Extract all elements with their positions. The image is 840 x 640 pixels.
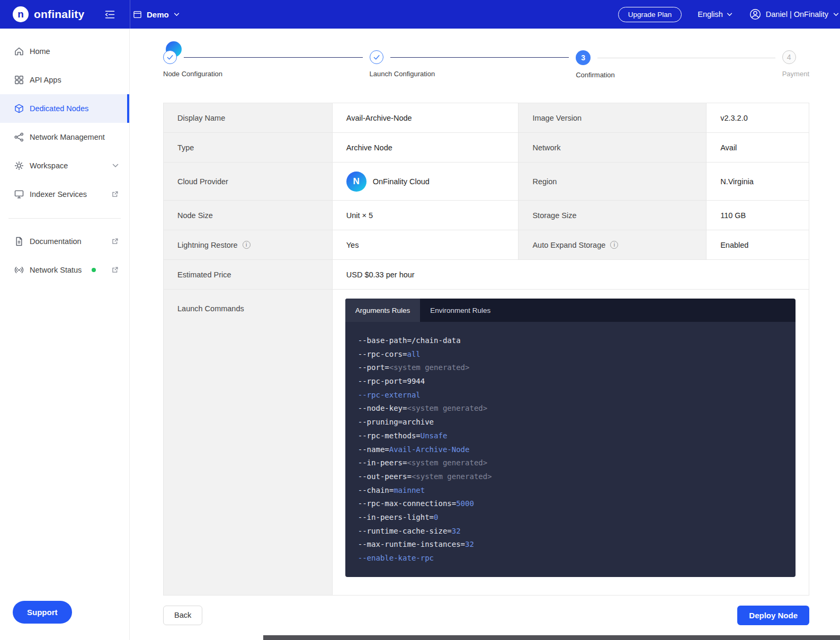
deploy-node-button[interactable]: Deploy Node [737, 606, 809, 625]
dedicated-nodes-icon [14, 103, 24, 114]
wizard-footer: Back Deploy Node [163, 606, 809, 633]
sidebar-collapse-icon[interactable] [105, 10, 115, 19]
external-link-icon [111, 266, 119, 274]
info-icon[interactable]: i [243, 241, 251, 249]
value-cloud-provider: N OnFinality Cloud [333, 163, 519, 201]
label-region: Region [519, 163, 707, 201]
topbar: n onfinality Demo Upgrade Plan English [0, 0, 840, 29]
step-payment: 4 Payment [782, 50, 809, 79]
label-image-version: Image Version [519, 103, 707, 133]
code-line: --max-runtime-instances=32 [358, 538, 783, 552]
launch-commands-cell: Arguments Rules Environment Rules --base… [333, 290, 809, 596]
sidebar-nav: Home API Apps Dedicated Nodes Network Ma… [0, 37, 129, 284]
user-menu[interactable]: Daniel | OnFinality [749, 8, 839, 20]
confirmation-table: Display Name Avail-Archive-Node Image Ve… [163, 103, 809, 596]
sidebar-item-label: Documentation [30, 237, 82, 246]
code-line: --rpc-methods=Unsafe [358, 429, 783, 443]
status-dot-green [92, 268, 96, 272]
code-tabs: Arguments Rules Environment Rules [345, 299, 796, 322]
label-launch-commands: Launch Commands [164, 290, 333, 596]
sidebar-divider [8, 218, 121, 219]
value-display-name: Avail-Archive-Node [333, 103, 519, 133]
broadcast-icon [14, 265, 24, 275]
language-label: English [698, 10, 723, 19]
indexer-services-icon [14, 189, 24, 200]
step-check-icon [163, 50, 177, 64]
onfinality-cloud-logo-icon: N [346, 172, 367, 192]
sidebar-item-network-management[interactable]: Network Management [0, 123, 129, 151]
code-line: --pruning=archive [358, 416, 783, 429]
code-line: --rpc-port=9944 [358, 375, 783, 389]
sidebar-item-home[interactable]: Home [0, 37, 129, 66]
document-icon [14, 236, 24, 247]
sidebar-item-workspace[interactable]: Workspace [0, 151, 129, 180]
step-connector [597, 58, 775, 58]
back-button[interactable]: Back [163, 606, 202, 625]
tab-environment-rules[interactable]: Environment Rules [420, 299, 501, 322]
onfinality-logo-icon: n [13, 6, 29, 22]
brand-link[interactable]: n onfinality [13, 6, 93, 22]
step-connector [390, 57, 569, 58]
sidebar-item-label: Indexer Services [30, 190, 87, 199]
code-line: --base-path=/chain-data [358, 334, 783, 348]
code-lines: --base-path=/chain-data--rpc-cors=all--p… [345, 322, 796, 577]
upgrade-plan-button[interactable]: Upgrade Plan [618, 7, 682, 22]
step-label: Payment [782, 70, 809, 78]
value-auto-expand-storage: Enabled [707, 230, 809, 260]
code-line: --name=Avail-Archive-Node [358, 443, 783, 457]
code-line: --node-key=<system generated> [358, 402, 783, 416]
sidebar-item-label: API Apps [30, 76, 61, 84]
code-line: --port=<system generated> [358, 361, 783, 375]
step-node-configuration[interactable]: Node Configuration [163, 50, 370, 79]
sidebar-item-label: Network Status [30, 266, 82, 274]
sidebar-item-documentation[interactable]: Documentation [0, 227, 129, 256]
chevron-down-icon [174, 13, 180, 16]
value-estimated-price: USD $0.33 per hour [333, 260, 809, 290]
value-region: N.Virginia [707, 163, 809, 201]
support-button[interactable]: Support [13, 601, 72, 624]
workspace-selector[interactable]: Demo [133, 10, 180, 19]
sidebar-item-indexer-services[interactable]: Indexer Services [0, 180, 129, 209]
topbar-divider [130, 0, 130, 29]
value-node-size: Unit × 5 [333, 201, 519, 230]
step-label: Confirmation [576, 71, 782, 79]
language-selector[interactable]: English [698, 10, 732, 19]
label-lightning-restore: Lightning Restore i [164, 230, 333, 260]
sidebar-item-api-apps[interactable]: API Apps [0, 66, 129, 94]
sidebar: Home API Apps Dedicated Nodes Network Ma… [0, 29, 130, 640]
home-icon [14, 46, 24, 57]
step-number-badge: 4 [782, 50, 796, 64]
sidebar-item-label: Network Management [30, 133, 105, 141]
label-node-size: Node Size [164, 201, 333, 230]
code-line: --rpc-max-connections=5000 [358, 497, 783, 511]
sidebar-item-network-status[interactable]: Network Status [0, 256, 129, 284]
sidebar-item-label: Home [30, 47, 50, 56]
sidebar-item-label: Workspace [30, 161, 68, 170]
label-cloud-provider: Cloud Provider [164, 163, 333, 201]
label-auto-expand-storage: Auto Expand Storage i [519, 230, 707, 260]
main-content: Node Configuration Launch Configuration … [130, 50, 840, 633]
api-apps-icon [14, 75, 24, 85]
external-link-icon [111, 238, 119, 245]
workspace-icon [133, 10, 142, 19]
label-display-name: Display Name [164, 103, 333, 133]
tab-arguments-rules[interactable]: Arguments Rules [345, 299, 421, 322]
step-connector [184, 57, 363, 58]
chevron-down-icon [727, 13, 732, 16]
step-launch-configuration[interactable]: Launch Configuration [370, 50, 576, 79]
code-line: --runtime-cache-size=32 [358, 525, 783, 538]
launch-commands-panel: Arguments Rules Environment Rules --base… [345, 299, 796, 577]
chevron-down-icon [833, 13, 839, 16]
network-management-icon [14, 132, 24, 142]
brand-text: onfinality [34, 8, 84, 21]
step-check-icon [370, 50, 383, 64]
step-number-badge: 3 [576, 50, 591, 65]
workspace-name: Demo [147, 10, 169, 19]
sidebar-item-dedicated-nodes[interactable]: Dedicated Nodes [0, 94, 129, 123]
info-icon[interactable]: i [610, 241, 618, 249]
code-line: --in-peers=<system generated> [358, 456, 783, 470]
value-lightning-restore: Yes [333, 230, 519, 260]
external-link-icon [111, 191, 119, 198]
label-storage-size: Storage Size [519, 201, 707, 230]
code-line: --out-peers=<system generated> [358, 470, 783, 484]
